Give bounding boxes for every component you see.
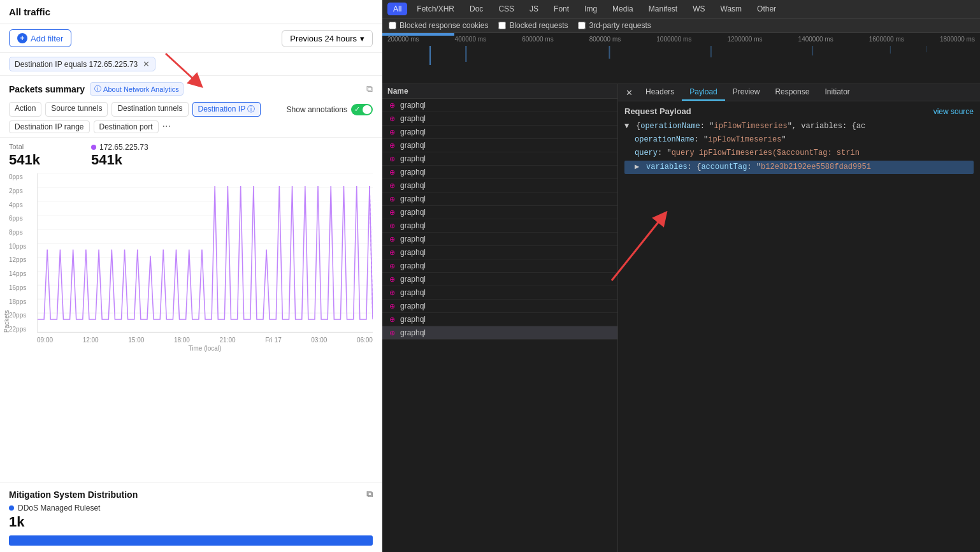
- pill-action[interactable]: Action: [9, 102, 41, 117]
- ip-value: 541k: [91, 152, 148, 168]
- blocked-response-cookies-checkbox[interactable]: Blocked response cookies: [389, 21, 488, 30]
- graphql-icon-18: ⊕: [387, 328, 396, 337]
- page-title: All traffic: [9, 6, 50, 17]
- packets-summary-header: Packets summary ⓘ About Network Analytic…: [0, 76, 382, 98]
- mitigation-title-text: Mitigation System Distribution: [9, 490, 138, 500]
- network-row-9[interactable]: ⊕ graphql: [382, 206, 617, 219]
- tab-response[interactable]: Response: [767, 84, 817, 101]
- tab-initiator[interactable]: Initiator: [817, 84, 857, 101]
- tree-query-row: query : " query ipFlowTimeseries($accoun…: [624, 147, 974, 160]
- timeline-labels: 200000 ms 400000 ms 600000 ms 800000 ms …: [382, 33, 980, 45]
- chart-inner: .chart-line { fill: none; stroke: #c084f…: [37, 173, 373, 333]
- network-row-3[interactable]: ⊕ graphql: [382, 126, 617, 139]
- toggle-check-icon: ✓: [354, 105, 360, 113]
- network-row-12[interactable]: ⊕ graphql: [382, 246, 617, 259]
- third-party-requests-label: 3rd-party requests: [589, 21, 651, 30]
- type-btn-css[interactable]: CSS: [493, 3, 520, 15]
- network-row-13[interactable]: ⊕ graphql: [382, 259, 617, 273]
- network-row-5[interactable]: ⊕ graphql: [382, 152, 617, 166]
- info-circle-icon: ⓘ: [247, 105, 255, 113]
- type-btn-js[interactable]: JS: [524, 3, 544, 15]
- network-row-14[interactable]: ⊕ graphql: [382, 273, 617, 286]
- view-source-link[interactable]: view source: [933, 107, 974, 116]
- tree-variables-row: ▶ variables : { accountTag : " b12e3b219…: [624, 161, 974, 174]
- copy-mitigation-icon[interactable]: ⧉: [366, 489, 373, 500]
- tree-expand-root[interactable]: ▼: [624, 120, 633, 133]
- type-btn-img[interactable]: Img: [579, 3, 603, 15]
- graphql-icon-5: ⊕: [387, 154, 396, 163]
- network-row-17[interactable]: ⊕ graphql: [382, 313, 617, 326]
- chart-container: 22pps 20pps 18pps 16pps 14pps 12pps 10pp…: [9, 173, 373, 352]
- mitigation-legend-label: DDoS Managed Ruleset: [18, 504, 100, 512]
- pill-destination-ip-range[interactable]: Destination IP range: [9, 120, 90, 133]
- network-row-10[interactable]: ⊕ graphql: [382, 219, 617, 233]
- type-btn-manifest[interactable]: Manifest: [643, 3, 683, 15]
- network-name-15: graphql: [400, 288, 426, 297]
- network-row-11[interactable]: ⊕ graphql: [382, 233, 617, 246]
- show-annotations-label: Show annotations: [287, 105, 347, 114]
- network-name-17: graphql: [400, 315, 426, 324]
- type-btn-doc[interactable]: Doc: [464, 3, 489, 15]
- network-row-18[interactable]: ⊕ graphql: [382, 326, 617, 340]
- more-options-icon[interactable]: ···: [162, 120, 171, 133]
- network-name-5: graphql: [400, 154, 426, 163]
- tab-headers[interactable]: Headers: [638, 84, 682, 101]
- type-btn-fetchxhr[interactable]: Fetch/XHR: [411, 3, 460, 15]
- timeline-bar: 200000 ms 400000 ms 600000 ms 800000 ms …: [382, 33, 980, 84]
- graphql-icon-8: ⊕: [387, 194, 396, 203]
- pill-destination-tunnels[interactable]: Destination tunnels: [112, 102, 188, 117]
- third-party-requests-checkbox[interactable]: 3rd-party requests: [578, 21, 651, 30]
- remove-filter-icon[interactable]: ✕: [143, 59, 150, 69]
- tab-payload[interactable]: Payload: [682, 84, 724, 101]
- blocked-response-cookies-input[interactable]: [389, 22, 396, 29]
- network-row-15[interactable]: ⊕ graphql: [382, 286, 617, 300]
- devtools-type-filter-bar: All Fetch/XHR Doc CSS JS Font Img Media …: [382, 0, 980, 18]
- graphql-icon-17: ⊕: [387, 315, 396, 324]
- total-column: Total 541k: [9, 143, 40, 168]
- annotations-toggle[interactable]: ✓: [351, 104, 373, 115]
- network-row-2[interactable]: ⊕ graphql: [382, 112, 617, 126]
- network-row-8[interactable]: ⊕ graphql: [382, 192, 617, 206]
- graphql-icon-2: ⊕: [387, 114, 396, 123]
- pill-destination-port[interactable]: Destination port: [94, 120, 159, 133]
- close-detail-icon[interactable]: ✕: [621, 85, 638, 100]
- add-filter-button[interactable]: + Add filter: [9, 29, 71, 47]
- chevron-down-icon: ▾: [360, 34, 364, 43]
- type-btn-font[interactable]: Font: [548, 3, 575, 15]
- left-header: All traffic: [0, 0, 382, 24]
- network-list[interactable]: Name ⊕ graphql ⊕ graphql ⊕ graphql ⊕ gra…: [382, 84, 618, 552]
- network-row-16[interactable]: ⊕ graphql: [382, 300, 617, 313]
- left-panel: All traffic + Add filter Previous 24 hou…: [0, 0, 382, 552]
- blocked-response-cookies-label: Blocked response cookies: [400, 21, 488, 30]
- graphql-icon-12: ⊕: [387, 248, 396, 257]
- detail-tabs: ✕ Headers Payload Preview Response Initi…: [618, 84, 980, 101]
- network-name-6: graphql: [400, 168, 426, 177]
- network-row-7[interactable]: ⊕ graphql: [382, 179, 617, 192]
- graphql-icon-14: ⊕: [387, 275, 396, 284]
- devtools-body: Name ⊕ graphql ⊕ graphql ⊕ graphql ⊕ gra…: [382, 84, 980, 552]
- network-name-16: graphql: [400, 301, 426, 310]
- type-btn-ws[interactable]: WS: [687, 3, 710, 15]
- add-filter-label: Add filter: [31, 34, 63, 43]
- type-btn-media[interactable]: Media: [607, 3, 639, 15]
- network-row-1[interactable]: ⊕ graphql: [382, 99, 617, 112]
- time-filter-button[interactable]: Previous 24 hours ▾: [282, 30, 373, 47]
- graphql-icon-13: ⊕: [387, 261, 396, 270]
- network-row-4[interactable]: ⊕ graphql: [382, 139, 617, 152]
- mitigation-title: Mitigation System Distribution ⧉: [9, 489, 373, 500]
- about-network-analytics-link[interactable]: ⓘ About Network Analytics: [90, 82, 184, 96]
- type-btn-wasm[interactable]: Wasm: [715, 3, 748, 15]
- blocked-requests-input[interactable]: [498, 22, 506, 29]
- network-name-9: graphql: [400, 208, 426, 217]
- pill-source-tunnels[interactable]: Source tunnels: [45, 102, 108, 117]
- blocked-requests-checkbox[interactable]: Blocked requests: [498, 21, 568, 30]
- ip-column: 172.65.225.73 541k: [91, 143, 148, 168]
- type-btn-all[interactable]: All: [387, 3, 407, 15]
- tree-expand-variables[interactable]: ▶: [635, 161, 644, 173]
- copy-icon[interactable]: ⧉: [366, 84, 373, 94]
- network-row-6[interactable]: ⊕ graphql: [382, 166, 617, 179]
- type-btn-other[interactable]: Other: [751, 3, 782, 15]
- third-party-requests-input[interactable]: [578, 22, 586, 29]
- pill-destination-ip[interactable]: Destination IP ⓘ: [192, 102, 261, 117]
- tab-preview[interactable]: Preview: [725, 84, 768, 101]
